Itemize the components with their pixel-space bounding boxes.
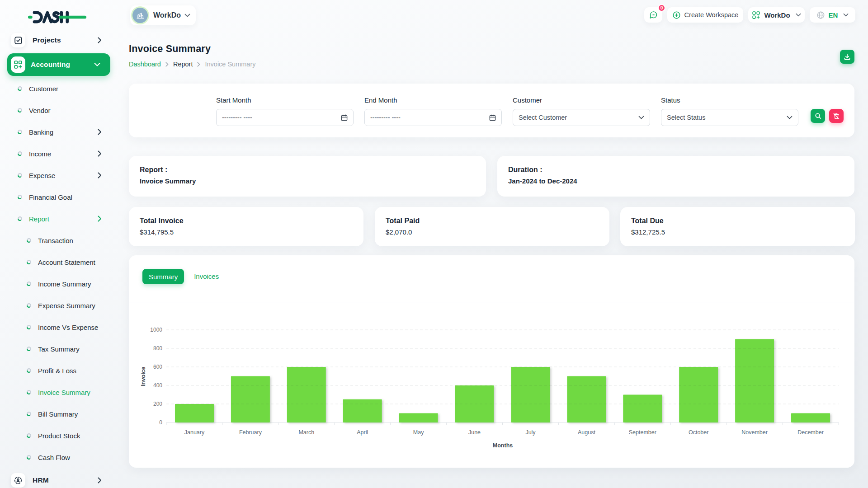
bullet-ring-icon — [18, 151, 22, 156]
total-card-total-invoice: Total Invoice$314,795.5 — [129, 207, 363, 246]
status-select[interactable]: Select Status — [661, 109, 798, 126]
page-title: Invoice Summary — [129, 43, 854, 55]
chevron-down-icon — [638, 116, 644, 119]
app-menu-button[interactable]: WorkDo — [748, 7, 805, 23]
bullet-ring-icon — [18, 86, 22, 91]
sidebar-item-product-stock[interactable]: Product Stock — [0, 425, 118, 446]
create-workspace-button[interactable]: Create Workspace — [667, 7, 743, 23]
bullet-ring-icon — [27, 390, 31, 394]
total-label: Total Due — [631, 217, 844, 225]
status-label: Status — [661, 96, 798, 104]
x-axis-title: Months — [493, 442, 513, 449]
sidebar-item-account-statement[interactable]: Account Statement — [0, 251, 118, 273]
sidebar-item-label: Projects — [33, 36, 61, 44]
bullet-ring-icon — [27, 238, 31, 243]
bar-december[interactable] — [791, 413, 830, 423]
y-axis-title: Invoice — [140, 366, 146, 386]
x-tick-label: May — [413, 429, 424, 436]
download-button[interactable] — [840, 50, 854, 64]
duration-card: Duration : Jan-2024 to Dec-2024 — [497, 156, 854, 197]
language-button[interactable]: EN — [810, 7, 855, 23]
sidebar-item-label: Account Statement — [38, 258, 95, 266]
sidebar-item-bill-summary[interactable]: Bill Summary — [0, 403, 118, 425]
start-month-field: Start Month --------- ---- — [216, 96, 354, 137]
bar-november[interactable] — [735, 339, 774, 423]
chevron-down-icon — [796, 13, 801, 17]
chevron-right-icon — [98, 172, 102, 178]
end-month-input[interactable]: --------- ---- — [364, 109, 502, 126]
y-tick-label: 600 — [153, 364, 162, 370]
filter-card: Start Month --------- ---- End Month ---… — [129, 84, 854, 137]
x-tick-label: March — [298, 429, 314, 436]
sidebar-item-expense-summary[interactable]: Expense Summary — [0, 295, 118, 316]
y-tick-label: 1000 — [150, 327, 162, 333]
chat-badge: 0 — [658, 4, 665, 12]
bar-january[interactable] — [175, 404, 214, 422]
sidebar-item-expense[interactable]: Expense — [0, 164, 118, 186]
x-tick-label: August — [578, 429, 595, 436]
sidebar-item-profit-loss[interactable]: Profit & Loss — [0, 360, 118, 381]
apply-filter-button[interactable] — [811, 109, 825, 123]
chevron-right-icon — [98, 216, 102, 222]
reset-filter-button[interactable] — [829, 109, 844, 123]
bar-april[interactable] — [343, 399, 382, 422]
chevron-right-icon — [98, 129, 102, 135]
sidebar-item-invoice-summary[interactable]: Invoice Summary — [0, 381, 118, 403]
sidebar-item-customer[interactable]: Customer — [0, 78, 118, 99]
bar-october[interactable] — [679, 367, 718, 422]
sidebar-item-financial-goal[interactable]: Financial Goal — [0, 186, 118, 208]
sidebar-item-report[interactable]: Report — [0, 208, 118, 230]
sidebar-item-income-summary[interactable]: Income Summary — [0, 273, 118, 295]
breadcrumb-dashboard[interactable]: Dashboard — [129, 61, 161, 68]
chart-tabs: Summary Invoices — [129, 255, 854, 302]
sidebar-item-projects[interactable]: Projects — [0, 30, 118, 51]
chat-icon — [649, 11, 658, 19]
end-month-value: --------- ---- — [370, 114, 489, 121]
sidebar-item-banking[interactable]: Banking — [0, 121, 118, 143]
sidebar-item-label: Cash Flow — [38, 454, 70, 461]
bullet-ring-icon — [18, 130, 22, 134]
bar-september[interactable] — [623, 395, 662, 423]
sidebar-item-tax-summary[interactable]: Tax Summary — [0, 338, 118, 360]
x-tick-label: April — [357, 429, 368, 436]
customer-select[interactable]: Select Customer — [513, 109, 650, 126]
sidebar-item-accounting[interactable]: Accounting — [7, 53, 110, 76]
bar-may[interactable] — [399, 413, 438, 423]
end-month-label: End Month — [364, 96, 502, 104]
bullet-ring-icon — [27, 412, 31, 416]
bar-march[interactable] — [287, 367, 326, 422]
messages-button[interactable]: 0 — [644, 7, 662, 23]
grid-plus-icon — [752, 11, 760, 19]
sidebar-item-transaction[interactable]: Transaction — [0, 230, 118, 251]
sidebar-item-cash-flow[interactable]: Cash Flow — [0, 446, 118, 468]
sidebar-item-vendor[interactable]: Vendor — [0, 99, 118, 121]
plus-circle-icon — [673, 11, 680, 19]
sidebar-item-label: Customer — [29, 85, 58, 93]
breadcrumb: Dashboard Report Invoice Summary — [129, 61, 854, 68]
bar-february[interactable] — [231, 376, 270, 423]
bar-july[interactable] — [511, 367, 550, 422]
sidebar-item-hrm[interactable]: HRM — [0, 470, 118, 488]
bar-august[interactable] — [567, 376, 606, 423]
sidebar-item-label: Invoice Summary — [38, 389, 90, 396]
start-month-value: --------- ---- — [222, 114, 341, 121]
sidebar-item-income-vs-expense[interactable]: Income Vs Expense — [0, 316, 118, 338]
start-month-input[interactable]: --------- ---- — [216, 109, 354, 126]
breadcrumb-current: Invoice Summary — [205, 61, 255, 68]
main-content: WorkDo 0 Create — [118, 0, 868, 488]
total-value: $2,070.0 — [386, 228, 599, 236]
sidebar-item-label: Banking — [29, 128, 53, 136]
x-tick-label: February — [239, 429, 262, 436]
sidebar-item-label: Financial Goal — [29, 193, 72, 201]
tab-summary[interactable]: Summary — [142, 269, 184, 284]
chevron-down-icon — [843, 13, 849, 17]
tab-invoices[interactable]: Invoices — [191, 269, 222, 284]
workspace-selector[interactable]: WorkDo — [130, 5, 196, 25]
breadcrumb-report[interactable]: Report — [173, 61, 193, 68]
chevron-right-icon — [98, 150, 102, 157]
brand-logo[interactable] — [0, 0, 118, 32]
sidebar-item-label: Transaction — [38, 237, 73, 244]
sidebar-item-income[interactable]: Income — [0, 143, 118, 164]
x-tick-label: November — [741, 429, 768, 436]
y-tick-label: 800 — [153, 345, 162, 352]
